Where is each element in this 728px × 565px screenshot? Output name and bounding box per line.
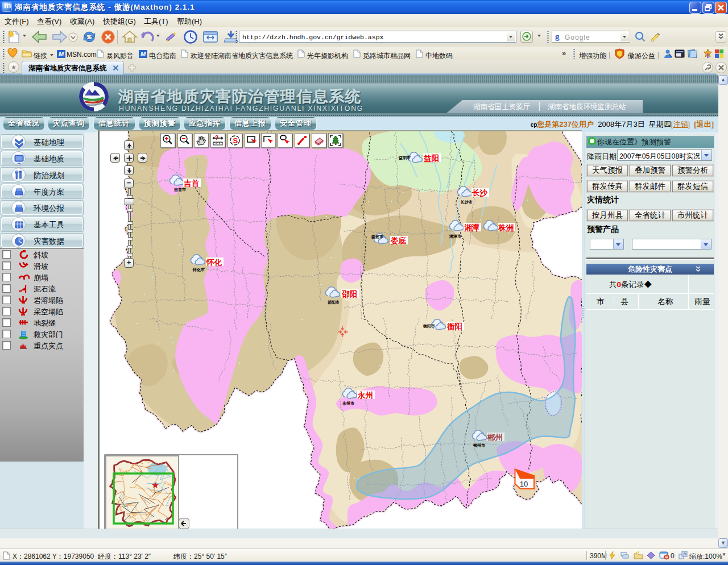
svg-text:株洲: 株洲	[498, 223, 514, 232]
svg-text:长沙市: 长沙市	[460, 200, 473, 205]
svg-text:衡阳: 衡阳	[446, 322, 462, 331]
svg-text:10: 10	[520, 480, 528, 488]
svg-text:衡阳市: 衡阳市	[423, 323, 435, 329]
svg-text:永州: 永州	[357, 390, 373, 400]
svg-text:怀化市: 怀化市	[192, 267, 205, 272]
svg-text:娄底市: 娄底市	[371, 234, 383, 239]
svg-text:吉首市: 吉首市	[173, 187, 186, 192]
svg-text:S: S	[233, 136, 238, 145]
svg-text:湘潭: 湘潭	[464, 223, 480, 232]
svg-text:益阳: 益阳	[423, 154, 439, 163]
svg-text:娄底: 娄底	[390, 236, 407, 245]
svg-text:湘潭市: 湘潭市	[449, 234, 461, 239]
svg-text:永州市: 永州市	[342, 401, 354, 406]
svg-text:吉首: 吉首	[183, 179, 200, 188]
svg-text:益阳市: 益阳市	[398, 155, 411, 160]
svg-text:长沙: 长沙	[471, 189, 488, 197]
svg-text:郴州: 郴州	[487, 433, 503, 442]
svg-text:邵阳市: 邵阳市	[327, 300, 340, 305]
svg-text:怀化: 怀化	[206, 258, 222, 267]
svg-text:邵阳: 邵阳	[341, 290, 357, 298]
svg-text:郴州市: 郴州市	[473, 443, 485, 448]
